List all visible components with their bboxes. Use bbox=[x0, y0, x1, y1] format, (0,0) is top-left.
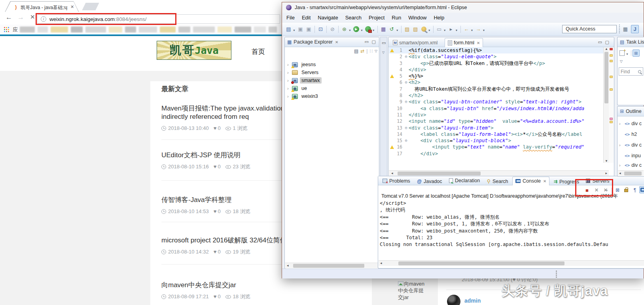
tab-declaration[interactable]: Declaration bbox=[446, 176, 483, 185]
minimize-editor-icon[interactable]: ▭ bbox=[598, 40, 602, 45]
open-type-icon[interactable]: ▨ bbox=[403, 25, 411, 33]
run-external-tools-icon[interactable] bbox=[364, 25, 372, 33]
vertical-scrollbar[interactable]: ▲ ▼ bbox=[603, 47, 609, 163]
focus-task-icon[interactable]: ∷ bbox=[369, 48, 373, 54]
new-wizard-icon[interactable]: ▤ bbox=[285, 25, 292, 33]
annotations-icon[interactable]: ▭ bbox=[436, 25, 443, 33]
outline-item[interactable]: <>inpu bbox=[619, 152, 641, 160]
restore-view-icon[interactable]: ▭ bbox=[382, 40, 386, 46]
heart-icon: ♥ bbox=[214, 249, 217, 255]
horizontal-scrollbar[interactable]: ◂ bbox=[285, 263, 379, 268]
tree-item-jeesns[interactable]: › M jeesns bbox=[287, 61, 317, 68]
menu-run[interactable]: Run bbox=[388, 15, 405, 21]
open-console-icon[interactable]: ⊡ bbox=[317, 25, 324, 33]
menu-file[interactable]: File bbox=[283, 15, 298, 21]
article-views: 18 浏览 bbox=[233, 294, 250, 299]
tab-close-icon[interactable]: ✕ bbox=[70, 4, 74, 10]
menu-help[interactable]: Help bbox=[430, 15, 448, 21]
bookmark-item[interactable]: 应 bbox=[13, 26, 18, 33]
task-find-input[interactable]: Find bbox=[619, 67, 643, 76]
java-perspective-icon[interactable]: J bbox=[631, 25, 639, 33]
tab-search[interactable]: ⚲Search bbox=[484, 177, 511, 186]
annotation-ruler[interactable] bbox=[609, 47, 614, 163]
new-tab-button[interactable] bbox=[82, 3, 99, 10]
debug-icon[interactable]: ⊛ bbox=[341, 25, 348, 33]
console-output[interactable]: </script>, 统计代码<== Row: weibo_alias, 微博,… bbox=[380, 200, 643, 259]
eclipse-titlebar[interactable]: Java - smartwx/src/main/webapp/views/sys… bbox=[282, 2, 644, 13]
link-with-editor-icon[interactable]: ⇄ bbox=[360, 48, 364, 54]
editor-tab-form-html[interactable]: form.html ✕ bbox=[445, 38, 483, 47]
open-resource-icon[interactable]: ▧ bbox=[412, 25, 419, 33]
categorized-view-icon[interactable]: ⊞ bbox=[633, 50, 640, 57]
close-tab-icon[interactable]: ✕ bbox=[543, 179, 546, 183]
collapse-all-icon[interactable]: ▤ bbox=[354, 48, 358, 54]
tree-item-smartwx[interactable]: › M smartwx bbox=[287, 77, 322, 84]
gc-icon[interactable]: ↺ bbox=[388, 25, 396, 33]
warning-icon[interactable] bbox=[390, 145, 394, 149]
horizontal-scrollbar[interactable]: ◂ ▸ bbox=[389, 170, 609, 176]
fold-collapse-icon[interactable]: ⊖ bbox=[403, 137, 409, 144]
new-task-icon[interactable] bbox=[619, 50, 625, 56]
warning-icon[interactable] bbox=[390, 49, 394, 52]
declaration-icon bbox=[449, 178, 453, 183]
sidebar-article-link[interactable]: 向maven中央仓库提交jar bbox=[398, 280, 426, 301]
outline-item[interactable]: <>h2 bbox=[619, 130, 637, 138]
nav-home-link[interactable]: 首页 bbox=[252, 47, 265, 56]
view-menu-icon[interactable]: ▽ bbox=[375, 49, 377, 53]
fold-collapse-icon[interactable]: ⊖ bbox=[403, 125, 409, 131]
menu-project[interactable]: Project bbox=[365, 15, 388, 21]
back-history-icon[interactable]: ← bbox=[463, 25, 470, 33]
article-title-link[interactable]: 向maven中央仓库提交jar bbox=[161, 281, 383, 289]
menu-search[interactable]: Search bbox=[342, 15, 365, 21]
fold-collapse-icon[interactable]: ⊖ bbox=[403, 79, 409, 86]
browser-tab[interactable]: ) 凯哥Java - java基础;spri ✕ bbox=[5, 1, 79, 12]
site-logo[interactable]: 凯哥 Java bbox=[157, 41, 231, 60]
search-flashlight-icon[interactable] bbox=[420, 25, 428, 33]
close-tab-icon[interactable]: ✕ bbox=[477, 41, 480, 45]
fold-collapse-icon[interactable]: ⊖ bbox=[403, 99, 409, 105]
tree-item-ue[interactable]: › ◍ ue bbox=[287, 85, 309, 92]
tab-problems[interactable]: Problems bbox=[380, 177, 413, 185]
forward-icon[interactable]: → bbox=[17, 13, 24, 21]
avatar[interactable] bbox=[447, 295, 460, 305]
view-menu-icon[interactable]: ▽ bbox=[382, 51, 385, 54]
maximize-editor-icon[interactable]: ▢ bbox=[605, 40, 609, 45]
apps-grid-icon[interactable] bbox=[4, 27, 9, 32]
next-annotation-icon[interactable]: ▸ bbox=[447, 25, 455, 33]
code-editor[interactable]: 1<%if(data.successflag){%>2⊖<div class="… bbox=[389, 47, 604, 163]
horizontal-scrollbar[interactable]: ◂ bbox=[379, 260, 644, 266]
maximize-view-icon[interactable]: ▢ bbox=[372, 39, 376, 44]
open-perspective-icon[interactable]: ▦ bbox=[621, 25, 629, 33]
run-icon[interactable]: ▶ bbox=[352, 25, 360, 33]
pin-console-icon[interactable] bbox=[639, 186, 644, 193]
back-icon[interactable]: ← bbox=[6, 13, 12, 21]
save-all-icon[interactable]: ▣ bbox=[305, 25, 313, 33]
outline-item[interactable]: ›<>div c bbox=[619, 120, 642, 128]
tree-item-weixin3[interactable]: › ◍ weixin3 bbox=[287, 93, 320, 100]
comment-user-link[interactable]: admin bbox=[464, 297, 481, 304]
tree-item-servers[interactable]: › Servers bbox=[287, 69, 320, 76]
chevron-right-icon[interactable]: › bbox=[287, 70, 292, 75]
menu-navigate[interactable]: Navigate bbox=[314, 15, 341, 21]
close-view-icon[interactable]: ✕ bbox=[335, 40, 338, 44]
outline-item[interactable]: ›<>div c bbox=[619, 141, 642, 149]
save-icon[interactable]: ▣ bbox=[297, 25, 304, 33]
warning-icon[interactable] bbox=[390, 74, 394, 78]
scroll-lock-icon[interactable] bbox=[623, 186, 630, 193]
splitter-grip[interactable] bbox=[556, 271, 557, 272]
menu-edit[interactable]: Edit bbox=[298, 15, 314, 21]
editor-tab-pom[interactable]: M smartwx/pom.xml bbox=[390, 38, 440, 47]
menu-window[interactable]: Window bbox=[405, 15, 430, 21]
view-menu-icon[interactable]: ▽ bbox=[620, 59, 623, 63]
quick-access-input[interactable]: Quick Access bbox=[562, 25, 617, 33]
fold-collapse-icon[interactable]: ⊖ bbox=[403, 53, 409, 60]
skip-breakpoints-icon[interactable]: ⊘ bbox=[329, 25, 336, 33]
horizontal-scrollbar[interactable]: ◂ bbox=[618, 170, 644, 176]
tab-javadoc[interactable]: @Javadoc bbox=[414, 177, 445, 186]
minimize-view-icon[interactable]: ▭ bbox=[365, 39, 369, 44]
forward-history-icon[interactable]: → bbox=[474, 25, 482, 33]
stop-icon[interactable]: ✕ bbox=[30, 13, 35, 21]
outline-item[interactable]: ›<>div c bbox=[619, 161, 642, 169]
new-java-project-icon[interactable]: ▦ bbox=[380, 25, 387, 33]
tab-console[interactable]: Console✕ bbox=[512, 177, 549, 185]
